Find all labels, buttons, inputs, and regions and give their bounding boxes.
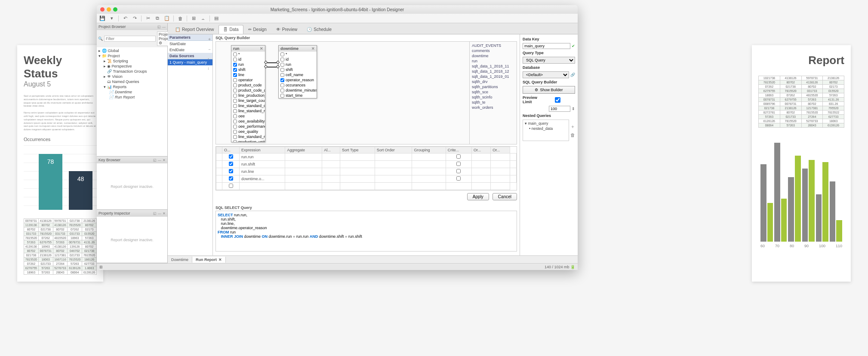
panel-header-key-browser[interactable]: Key Browser ◱—✕: [97, 157, 167, 163]
tree-node-scripting[interactable]: ▸ 📜 Scripting: [98, 58, 166, 64]
field-line[interactable]: line: [231, 72, 265, 77]
snap-icon[interactable]: ⫠: [200, 15, 206, 21]
preview-limit-input[interactable]: [549, 106, 570, 112]
tab-data[interactable]: 🗄 Data: [219, 25, 243, 34]
available-tables-list[interactable]: AUDIT_EVENTScommentsdowntimerunsqlt_data…: [469, 42, 517, 144]
paste-icon[interactable]: 📋: [164, 15, 170, 21]
field-oee_availability[interactable]: oee_availability: [231, 119, 265, 124]
tree-node-downtime[interactable]: 📄 Downtime: [98, 89, 166, 95]
table-item-sqlth_te[interactable]: sqlth_te: [471, 100, 515, 105]
bind-icon[interactable]: 🔗: [570, 73, 575, 77]
panel-header-property-inspector[interactable]: Property Inspector ◱—✕: [97, 210, 167, 217]
field-shift[interactable]: shift: [231, 67, 265, 72]
doc-tab-downtime[interactable]: Downtime: [168, 257, 192, 263]
query-columns-grid[interactable]: O...ExpressionAggregateAl...Sort TypeSor…: [215, 146, 517, 190]
field-line_standard_coun[interactable]: line_standard_coun: [231, 103, 265, 108]
close-panel-icon[interactable]: ✕: [163, 158, 166, 162]
table-item-sqlt_data_1_2019_01[interactable]: sqlt_data_1_2019_01: [471, 74, 515, 79]
remove-icon[interactable]: －: [207, 46, 212, 52]
tree-node-global[interactable]: ▸ 🌐 Global: [98, 48, 166, 53]
table-run[interactable]: run✕ *idrunshiftlineoperatorproduct_code…: [231, 45, 265, 142]
add-icon[interactable]: ＋: [207, 36, 212, 42]
table-item-sqlth_partitions[interactable]: sqlth_partitions: [471, 84, 515, 89]
close-icon[interactable]: ✕: [260, 46, 263, 51]
grid-row[interactable]: run.run: [216, 153, 517, 161]
new-icon[interactable]: ▾: [109, 15, 115, 21]
tree-node-run-report[interactable]: 📄 Run Report: [98, 95, 166, 100]
grid-row[interactable]: downtime.o...: [216, 175, 517, 183]
query-builder-canvas[interactable]: run✕ *idrunshiftlineoperatorproduct_code…: [215, 41, 517, 144]
redo-icon[interactable]: ↷: [132, 15, 138, 21]
stepper-icon[interactable]: ⇕: [572, 107, 575, 111]
add-nested-icon[interactable]: ＋: [570, 123, 575, 130]
field-production_units[interactable]: production_units: [231, 139, 265, 142]
doc-tab-run-report[interactable]: Run Report ✕: [192, 257, 226, 263]
field-downtime_minutes[interactable]: downtime_minutes: [279, 88, 317, 93]
copy-icon[interactable]: ⧉: [154, 15, 160, 21]
field-product_code_desc[interactable]: product_code_desc: [231, 88, 265, 93]
table-item-run[interactable]: run: [471, 58, 515, 64]
query-type-select[interactable]: SQL Query: [523, 57, 575, 64]
field-oee_performance[interactable]: oee_performance: [231, 124, 265, 129]
tree-node-named-queries[interactable]: 🗂 Named Queries: [98, 79, 166, 84]
project-tree[interactable]: ▸ 🌐 Global ▾ 📁 Project ▸ 📜 Scripting ▸ ◉…: [97, 47, 167, 156]
save-icon[interactable]: 💾: [99, 15, 105, 21]
field-operator[interactable]: operator: [231, 77, 265, 83]
table-item-sqlt_data_1_2018_11[interactable]: sqlt_data_1_2018_11: [471, 64, 515, 69]
param-enddate[interactable]: EndDate: [168, 47, 212, 53]
nested-data-item[interactable]: • nested_data: [524, 126, 568, 131]
close-icon[interactable]: ✕: [311, 46, 315, 51]
tab-design[interactable]: ✏ Design: [243, 25, 271, 34]
tab-preview[interactable]: 👁 Preview: [271, 25, 302, 34]
minimize-panel-icon[interactable]: —: [158, 212, 161, 215]
field-oee_quality[interactable]: oee_quality: [231, 129, 265, 134]
data-key-input[interactable]: [523, 43, 570, 49]
tab-report-overview[interactable]: 📋 Report Overview: [170, 25, 219, 34]
delete-icon[interactable]: 🗑: [177, 15, 183, 21]
tree-node-project[interactable]: ▾ 📁 Project: [98, 53, 166, 58]
tree-node-reports[interactable]: ▾ 📊 Reports: [98, 84, 166, 89]
align-icon[interactable]: ▤: [213, 15, 219, 21]
panel-header-project-browser[interactable]: Project Browser ◱—: [97, 23, 167, 30]
field-shift[interactable]: shift: [279, 67, 317, 72]
field-occurances[interactable]: occurances: [279, 83, 317, 88]
field-product_code[interactable]: product_code: [231, 83, 265, 88]
preview-limit-checkbox[interactable]: [540, 97, 575, 103]
datasource-main-query[interactable]: 1 Query - main_query: [168, 59, 212, 65]
field-start_time[interactable]: start_time: [279, 93, 317, 98]
sql-editor[interactable]: SELECT run.run, run.shift, run.line, dow…: [215, 211, 517, 252]
field-oee[interactable]: oee: [231, 114, 265, 119]
table-item-sqlth_scinfo[interactable]: sqlth_scinfo: [471, 95, 515, 100]
table-item-sqlt_data_1_2018_12[interactable]: sqlt_data_1_2018_12: [471, 69, 515, 74]
field-cell_name[interactable]: cell_name: [279, 72, 317, 77]
close-icon[interactable]: ✕: [219, 258, 222, 262]
table-item-AUDIT_EVENTS[interactable]: AUDIT_EVENTS: [471, 43, 515, 48]
field-line_standard_rate[interactable]: line_standard_rate: [231, 108, 265, 114]
tree-node-vision[interactable]: ▸ 👁 Vision: [98, 74, 166, 79]
restore-icon[interactable]: ◱: [157, 25, 161, 29]
show-builder-button[interactable]: ⚙Show Builder: [523, 86, 575, 94]
close-panel-icon[interactable]: ✕: [163, 212, 166, 215]
nested-main-query[interactable]: ▾ main_query: [524, 121, 568, 126]
cancel-button[interactable]: Cancel: [492, 193, 517, 200]
move-up-icon[interactable]: ↑: [207, 57, 212, 61]
field-run[interactable]: run: [279, 62, 317, 67]
grid-icon[interactable]: ⊞: [191, 15, 197, 21]
field-run[interactable]: run: [231, 62, 265, 67]
restore-icon[interactable]: ◱: [153, 212, 157, 215]
param-startdate[interactable]: StartDate: [168, 41, 212, 47]
remove-nested-icon[interactable]: 🗑: [570, 132, 575, 138]
table-item-sqlth_drv[interactable]: sqlth_drv: [471, 79, 515, 84]
cut-icon[interactable]: ✂: [145, 15, 151, 21]
move-down-icon[interactable]: ↓: [207, 66, 212, 71]
restore-icon[interactable]: ◱: [153, 158, 157, 162]
apply-button[interactable]: Apply: [467, 193, 489, 200]
titlebar[interactable]: Marketing_Screens - Ignition-ignition8-u…: [97, 5, 578, 14]
undo-icon[interactable]: ↶: [122, 15, 128, 21]
filter-input[interactable]: [104, 36, 156, 42]
minimize-panel-icon[interactable]: —: [158, 158, 161, 162]
field-line_standard_rate_[interactable]: line_standard_rate_: [231, 134, 265, 139]
grid-row[interactable]: run.line: [216, 168, 517, 175]
nested-queries-tree[interactable]: ▾ main_query • nested_data: [523, 120, 569, 141]
field-*[interactable]: *: [231, 52, 265, 57]
